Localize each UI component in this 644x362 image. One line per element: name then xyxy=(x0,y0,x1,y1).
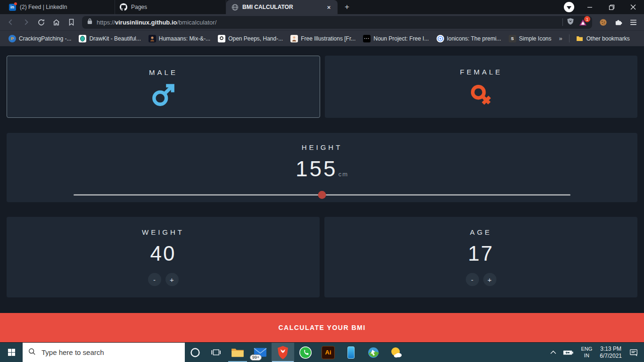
cortana-button[interactable] xyxy=(185,343,206,362)
mail-app-button[interactable]: 99+ xyxy=(249,343,272,362)
back-button[interactable] xyxy=(4,16,18,29)
bookmark-ionicons[interactable]: Ionicons: The premi... xyxy=(433,33,505,44)
forward-button[interactable] xyxy=(19,16,33,29)
bookmarks-divider xyxy=(569,34,570,42)
brave-rewards-icon[interactable]: 1 xyxy=(578,18,587,26)
bookmark-button[interactable] xyxy=(64,16,78,29)
tab-title: Pages xyxy=(131,4,221,10)
region-code: IN xyxy=(581,353,592,359)
tab-title: BMI CALCULATOR xyxy=(242,4,321,10)
humaaans-icon xyxy=(149,35,156,42)
other-bookmarks-button[interactable]: Other bookmarks xyxy=(572,33,634,44)
url-host: virusinlinux.github.io xyxy=(115,19,177,26)
lock-icon xyxy=(87,18,93,26)
file-explorer-button[interactable] xyxy=(226,343,249,362)
calculate-bmi-button[interactable]: CALCULATE YOUR BMI xyxy=(0,313,644,342)
urlbox-separator xyxy=(562,18,563,26)
bookmark-label: Ionicons: The premi... xyxy=(447,35,501,42)
bookmark-drawkit[interactable]: DrawKit - Beautiful... xyxy=(75,33,144,44)
brave-shields-icon[interactable] xyxy=(567,17,574,27)
female-label: FEMALE xyxy=(325,68,637,76)
bookmark-openpeeps[interactable]: Open Peeps, Hand-... xyxy=(214,33,287,44)
brave-browser-button[interactable] xyxy=(272,343,294,362)
language-indicator[interactable]: ENG IN xyxy=(578,346,595,359)
gender-row: MALE FEMALE xyxy=(7,56,637,118)
bookmark-label: Open Peeps, Hand-... xyxy=(228,35,283,42)
age-decrement-button[interactable]: - xyxy=(466,273,479,286)
home-button[interactable] xyxy=(49,16,63,29)
bookmark-simpleicons[interactable]: S Simple Icons xyxy=(505,33,555,44)
whatsapp-button[interactable] xyxy=(294,343,317,362)
window-close-button[interactable] xyxy=(622,0,644,14)
system-tray: ENG IN 3:13 PM 6/7/2021 xyxy=(547,343,644,362)
female-card[interactable]: FEMALE xyxy=(325,56,637,118)
action-center-button[interactable] xyxy=(626,343,641,362)
cookie-extension-icon[interactable] xyxy=(596,16,610,29)
openpeeps-icon xyxy=(218,35,225,42)
age-value: 17 xyxy=(468,242,494,265)
window-restore-button[interactable] xyxy=(601,0,622,14)
bookmark-humaaans[interactable]: Humaaans: Mix-&-... xyxy=(145,33,214,44)
reload-button[interactable] xyxy=(34,16,48,29)
search-input[interactable] xyxy=(41,348,164,356)
taskbar-search-box[interactable] xyxy=(23,343,185,362)
weather-button[interactable] xyxy=(385,343,407,362)
bookmark-label: Simple Icons xyxy=(519,35,552,42)
adobe-illustrator-button[interactable]: Ai xyxy=(317,343,339,362)
drawkit-icon xyxy=(79,35,86,42)
new-tab-button[interactable]: + xyxy=(340,0,354,14)
idm-button[interactable] xyxy=(362,343,385,362)
window-minimize-button[interactable] xyxy=(579,0,601,14)
tab-linkedin[interactable]: in (2) Feed | LinkedIn xyxy=(4,0,115,14)
tray-overflow-chevron[interactable] xyxy=(547,343,560,362)
extensions-puzzle-icon[interactable] xyxy=(611,16,625,29)
male-card[interactable]: MALE xyxy=(7,56,320,118)
bookmark-freeillustrations[interactable]: Free Illustrations [Fr... xyxy=(287,33,359,44)
language-code: ENG xyxy=(581,346,592,353)
bookmark-label: CrackingPatching -... xyxy=(19,35,71,42)
taskbar-clock[interactable]: 3:13 PM 6/7/2021 xyxy=(595,346,626,360)
bookmarks-overflow-chevron[interactable]: » xyxy=(555,35,566,42)
height-value: 155 xyxy=(296,156,338,181)
bookmark-label: Noun Project: Free I... xyxy=(373,35,429,42)
age-label: AGE xyxy=(470,228,492,236)
bookmark-crackingpatching[interactable]: P CrackingPatching -... xyxy=(5,33,75,44)
search-icon xyxy=(28,348,36,357)
rewards-badge: 1 xyxy=(584,16,590,22)
clock-date: 6/7/2021 xyxy=(600,353,622,360)
weight-value: 40 xyxy=(150,242,176,265)
task-view-button[interactable] xyxy=(206,343,226,362)
battery-icon[interactable] xyxy=(560,343,578,362)
mail-unread-badge: 99+ xyxy=(250,354,262,361)
tab-close-icon[interactable]: × xyxy=(325,3,333,11)
tab-github-pages[interactable]: Pages xyxy=(115,0,226,14)
url-scheme: https:// xyxy=(97,19,115,26)
menu-icon[interactable] xyxy=(626,16,640,29)
male-label: MALE xyxy=(7,68,320,76)
height-slider-thumb[interactable] xyxy=(318,191,326,199)
browser-tab-bar: in (2) Feed | LinkedIn Pages BMI CALCULA… xyxy=(0,0,644,14)
age-increment-button[interactable]: + xyxy=(483,273,496,286)
weight-age-row: WEIGHT 40 - + AGE 17 - + xyxy=(7,217,637,297)
phone-icon xyxy=(347,346,355,359)
crackingpatching-icon: P xyxy=(8,35,16,42)
height-unit: cm xyxy=(339,171,348,178)
tab-bmi-calculator-active[interactable]: BMI CALCULATOR × xyxy=(226,0,338,14)
height-card: HEIGHT 155 cm xyxy=(7,133,637,202)
female-symbol-icon xyxy=(464,78,499,113)
start-button[interactable] xyxy=(0,343,23,362)
media-play-icon xyxy=(567,6,571,9)
tab-title: (2) Feed | LinkedIn xyxy=(20,4,110,10)
media-controls-button[interactable] xyxy=(564,2,574,12)
bookmark-label: DrawKit - Beautiful... xyxy=(89,35,140,42)
weight-decrement-button[interactable]: - xyxy=(148,273,161,286)
bookmark-nounproject[interactable]: ··· Noun Project: Free I... xyxy=(359,33,432,44)
simpleicons-icon: S xyxy=(509,35,516,42)
bmi-calculator-page: MALE FEMALE xyxy=(0,46,644,343)
your-phone-button[interactable] xyxy=(339,343,362,362)
height-slider[interactable] xyxy=(74,191,570,199)
bookmark-label: Humaaans: Mix-&-... xyxy=(159,35,210,42)
address-bar[interactable]: https://virusinlinux.github.io/bmicalcul… xyxy=(82,16,592,29)
weight-increment-button[interactable]: + xyxy=(165,273,179,286)
other-bookmarks-label: Other bookmarks xyxy=(586,35,630,42)
